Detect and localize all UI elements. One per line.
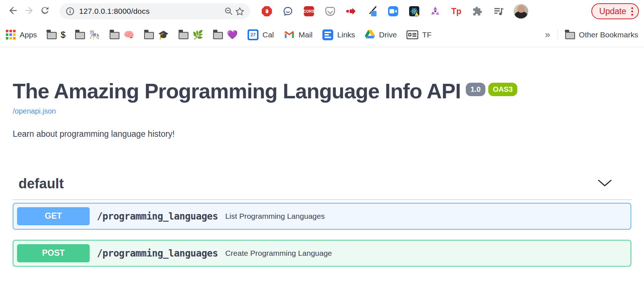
cors-label: CORS	[304, 6, 314, 16]
browser-window: 127.0.0.1:8000/docs	[0, 0, 644, 283]
pocket-icon[interactable]	[324, 5, 336, 17]
endpoint-summary: Create Programming Language	[225, 249, 332, 258]
zoom-out-icon[interactable]	[223, 6, 234, 17]
folder-icon	[144, 32, 154, 39]
other-bookmarks-label: Other Bookmarks	[579, 30, 638, 39]
folder-icon	[565, 32, 575, 39]
endpoint-path: /programming_languages	[97, 211, 218, 222]
divider	[558, 29, 558, 40]
swagger-docs-page: The Amazing Programming Language Info AP…	[0, 79, 644, 267]
folder-icon	[213, 32, 223, 39]
apps-grid-icon	[6, 30, 16, 40]
google-calendar-icon: 27	[248, 29, 258, 40]
chevron-down-icon[interactable]	[597, 179, 612, 189]
herb-emblem: 🌿	[192, 30, 203, 39]
post-method-badge[interactable]: POST	[17, 244, 90, 262]
bookmark-links[interactable]: Links	[322, 29, 355, 40]
page-title: The Amazing Programming Language Info AP…	[13, 79, 631, 103]
bookmark-folder-brain[interactable]: 🧠	[110, 30, 134, 39]
bookmark-gmail[interactable]: Mail	[284, 30, 313, 40]
back-arrow-icon	[8, 5, 19, 17]
calendar-label: Cal	[262, 30, 274, 39]
site-info-icon[interactable]	[65, 6, 76, 17]
chat-bubble-icon[interactable]	[282, 5, 294, 17]
bookmarks-bar: Apps $ 🎠 🧠 🎓 🌿 💜 27 Cal	[0, 22, 644, 47]
warning-badge	[415, 12, 419, 16]
forward-button[interactable]	[21, 3, 37, 19]
other-bookmarks[interactable]: Other Bookmarks	[565, 30, 638, 39]
endpoint-get-programming-languages[interactable]: GET /programming_languages List Programm…	[13, 203, 631, 230]
links-label: Links	[337, 30, 355, 39]
bookmark-folder-carousel[interactable]: 🎠	[75, 30, 100, 39]
folder-icon	[47, 32, 57, 39]
apps-label: Apps	[20, 30, 37, 39]
endpoint-summary: List Programming Languages	[225, 212, 325, 221]
purple-heart-emblem: 💜	[227, 30, 238, 39]
api-description: Learn about programming language history…	[13, 129, 631, 139]
dollar-emblem: $	[61, 30, 65, 39]
brain-emblem: 🧠	[123, 30, 134, 39]
extension-icons: CORS	[261, 5, 504, 17]
tf-card-icon	[407, 30, 418, 39]
zoom-meeting-icon[interactable]	[387, 5, 399, 17]
bookmarks-overflow-chevron[interactable]: »	[545, 29, 550, 40]
url-text[interactable]: 127.0.0.1:8000/docs	[79, 7, 223, 16]
bookmark-folder-graduation[interactable]: 🎓	[144, 30, 169, 39]
adblock-icon[interactable]	[261, 5, 273, 17]
google-drive-icon	[365, 29, 375, 40]
purple-recycle-icon[interactable]	[429, 5, 441, 17]
bookmark-folder-herb[interactable]: 🌿	[179, 30, 203, 39]
bookmark-drive[interactable]: Drive	[365, 29, 397, 40]
forward-arrow-icon	[24, 5, 34, 17]
tp-label: Tp	[451, 7, 461, 16]
api-title-text: The Amazing Programming Language Info AP…	[13, 79, 461, 103]
endpoint-path: /programming_languages	[97, 248, 218, 259]
section-title: default	[19, 176, 64, 192]
extensions-puzzle-icon[interactable]	[472, 5, 483, 17]
get-method-badge[interactable]: GET	[17, 207, 90, 225]
color-eyedropper-icon[interactable]	[366, 5, 378, 17]
links-doc-icon	[322, 29, 333, 40]
tf-label: TF	[422, 30, 432, 39]
bookmark-tf[interactable]: TF	[407, 30, 432, 39]
tp-extension-icon[interactable]: Tp	[451, 5, 462, 17]
reload-icon	[40, 5, 50, 17]
kebab-menu-icon[interactable]	[631, 7, 633, 16]
mail-label: Mail	[299, 30, 313, 39]
version-badge: 1.0	[466, 83, 485, 96]
react-devtools-icon[interactable]	[408, 5, 420, 17]
folder-icon	[179, 32, 188, 39]
section-default-header[interactable]: default	[13, 176, 631, 200]
folder-icon	[75, 32, 85, 39]
cors-extension-icon[interactable]: CORS	[303, 5, 315, 17]
folder-icon	[110, 32, 119, 39]
profile-avatar[interactable]	[514, 4, 528, 19]
reload-button[interactable]	[37, 3, 53, 19]
bookmark-star-icon[interactable]	[234, 6, 245, 17]
oas3-badge: OAS3	[488, 83, 517, 96]
update-label: Update	[599, 7, 626, 16]
red-arrow-extension-icon[interactable]	[345, 5, 357, 17]
graduation-emblem: 🎓	[158, 30, 169, 39]
openapi-json-link[interactable]: /openapi.json	[13, 107, 56, 115]
gmail-icon	[284, 30, 295, 40]
bookmark-folder-money[interactable]: $	[47, 30, 65, 39]
bookmark-apps[interactable]: Apps	[6, 30, 37, 40]
drive-label: Drive	[379, 30, 397, 39]
update-button[interactable]: Update	[591, 3, 639, 19]
browser-toolbar: 127.0.0.1:8000/docs	[0, 0, 644, 22]
bookmarks-right-cluster: » Other Bookmarks	[545, 29, 638, 40]
bookmark-calendar[interactable]: 27 Cal	[248, 29, 274, 40]
carousel-emblem: 🎠	[89, 30, 100, 39]
bookmark-folder-heart[interactable]: 💜	[213, 30, 238, 39]
address-bar[interactable]: 127.0.0.1:8000/docs	[60, 3, 250, 19]
endpoint-post-programming-languages[interactable]: POST /programming_languages Create Progr…	[13, 240, 631, 267]
back-button[interactable]	[5, 3, 21, 19]
playlist-icon[interactable]	[493, 5, 504, 17]
